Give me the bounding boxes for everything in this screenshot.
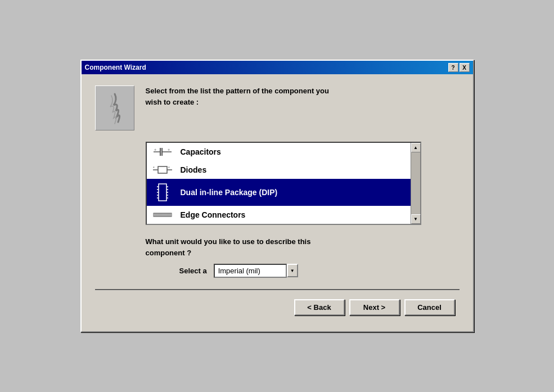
wizard-icon xyxy=(95,85,134,130)
dip-label: Dual in-line Package (DIP) xyxy=(181,188,278,197)
list-item-edge[interactable]: Edge Connectors xyxy=(147,206,420,224)
scroll-track xyxy=(411,152,420,214)
edge-icon xyxy=(152,209,173,220)
help-button[interactable]: ? xyxy=(448,63,458,72)
close-button[interactable]: X xyxy=(460,63,470,72)
list-item-capacitors[interactable]: + + Capacitors xyxy=(147,143,420,161)
capacitor-icon: + + xyxy=(152,146,173,157)
component-wizard-window: Component Wizard ? X Select from the lis… xyxy=(80,60,474,332)
diode-icon: * * xyxy=(152,164,173,175)
list-item-diodes[interactable]: * * Diodes xyxy=(147,161,420,179)
title-bar-buttons: ? X xyxy=(448,63,470,72)
capacitors-label: Capacitors xyxy=(181,147,221,156)
cancel-button[interactable]: Cancel xyxy=(404,299,455,316)
unit-dropdown-container[interactable]: Imperial (mil) Metric (mm) ▼ xyxy=(214,264,298,278)
unit-selector: Select a Imperial (mil) Metric (mm) ▼ xyxy=(146,264,460,278)
unit-area: What unit would you like to use to descr… xyxy=(95,236,460,278)
scroll-up-button[interactable]: ▲ xyxy=(411,143,421,152)
svg-text:*: * xyxy=(168,166,170,170)
scroll-down-button[interactable]: ▼ xyxy=(411,214,421,224)
unit-label: Select a xyxy=(179,267,207,275)
unit-dropdown[interactable]: Imperial (mil) Metric (mm) xyxy=(214,264,287,278)
listbox-items: + + Capacitors * * xyxy=(147,143,420,224)
svg-rect-7 xyxy=(158,166,167,173)
dropdown-arrow-btn[interactable]: ▼ xyxy=(287,264,298,277)
back-button[interactable]: < Back xyxy=(294,299,345,316)
dip-icon xyxy=(152,182,173,202)
svg-text:*: * xyxy=(153,166,155,170)
description-text: Select from the list the pattern of the … xyxy=(146,85,460,107)
list-item-dip[interactable]: Dual in-line Package (DIP) xyxy=(147,179,420,206)
component-listbox[interactable]: + + Capacitors * * xyxy=(146,142,421,225)
edge-label: Edge Connectors xyxy=(181,210,246,219)
content-area: Select from the list the pattern of the … xyxy=(95,85,460,130)
svg-text:+: + xyxy=(168,148,170,152)
unit-question-text: What unit would you like to use to descr… xyxy=(146,236,460,258)
button-row: < Back Next > Cancel xyxy=(95,297,460,320)
separator xyxy=(95,289,460,290)
window-title: Component Wizard xyxy=(85,64,146,71)
svg-rect-11 xyxy=(159,184,166,201)
svg-text:+: + xyxy=(154,148,156,152)
next-button[interactable]: Next > xyxy=(349,299,400,316)
title-bar: Component Wizard ? X xyxy=(82,61,473,74)
listbox-scrollbar[interactable]: ▲ ▼ xyxy=(411,143,420,224)
window-body: Select from the list the pattern of the … xyxy=(82,74,473,331)
diodes-label: Diodes xyxy=(181,165,207,174)
